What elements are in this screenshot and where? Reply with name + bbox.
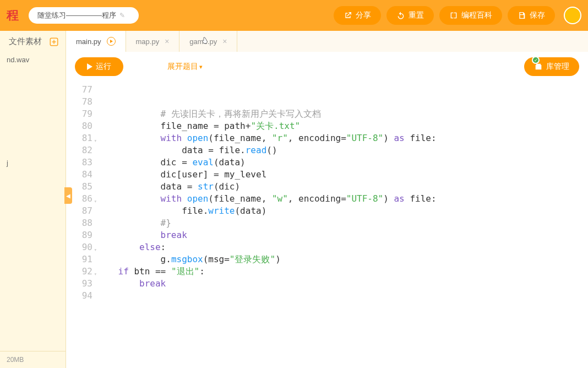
line-number: 83 bbox=[66, 156, 92, 169]
line-gutter: 777879808182838485868788899091929394 bbox=[66, 82, 97, 368]
tab-game-py[interactable]: game.py× bbox=[179, 31, 237, 52]
expand-label: 展开题目 bbox=[167, 62, 198, 72]
code-area[interactable]: 777879808182838485868788899091929394 # 先… bbox=[66, 82, 588, 368]
sidebar-title: 文件素材 bbox=[9, 36, 42, 47]
play-circle-icon[interactable] bbox=[107, 37, 116, 46]
sidebar-header: 文件素材 bbox=[0, 31, 66, 52]
code-content[interactable]: # 先读旧关卡，再将新用户关卡写入文档 file_name = path+"关卡… bbox=[97, 82, 588, 368]
line-number: 81 bbox=[66, 132, 92, 144]
tab-map-py[interactable]: map.py× bbox=[126, 31, 180, 52]
line-number: 91 bbox=[66, 253, 92, 266]
share-label: 分享 bbox=[356, 10, 371, 20]
code-line[interactable]: file_name = path+"关卡.txt" bbox=[97, 120, 588, 132]
line-number: 86 bbox=[66, 193, 92, 205]
line-number: 84 bbox=[66, 169, 92, 181]
code-line[interactable] bbox=[97, 84, 588, 96]
line-number: 92 bbox=[66, 266, 92, 278]
library-button[interactable]: ✓ 库管理 bbox=[524, 57, 579, 76]
code-line[interactable]: with open(file_name, "r", encoding="UTF-… bbox=[97, 132, 588, 144]
project-title-text: 随堂练习—————程序 bbox=[37, 10, 116, 20]
run-button[interactable]: 运行 bbox=[75, 57, 123, 76]
file-item-partial[interactable]: j bbox=[0, 155, 66, 170]
code-line[interactable] bbox=[97, 290, 588, 302]
code-line[interactable]: if btn == "退出": bbox=[97, 266, 588, 278]
edit-icon: ✎ bbox=[119, 12, 125, 19]
encyclopedia-label: 编程百科 bbox=[461, 10, 492, 20]
project-title-input[interactable]: 随堂练习—————程序 ✎ bbox=[29, 7, 139, 24]
line-number: 93 bbox=[66, 278, 92, 290]
book-icon bbox=[449, 11, 458, 20]
line-number: 88 bbox=[66, 217, 92, 229]
sidebar-footer: 20MB bbox=[0, 351, 66, 368]
code-line[interactable]: dic = eval(data) bbox=[97, 156, 588, 169]
code-line[interactable]: # 先读旧关卡，再将新用户关卡写入文档 bbox=[97, 108, 588, 120]
line-number: 79 bbox=[66, 108, 92, 120]
library-label: 库管理 bbox=[546, 62, 569, 72]
line-number: 85 bbox=[66, 181, 92, 193]
check-badge-icon: ✓ bbox=[532, 56, 540, 64]
code-line[interactable] bbox=[97, 96, 588, 108]
avatar[interactable] bbox=[564, 7, 581, 24]
line-number: 89 bbox=[66, 229, 92, 241]
save-icon bbox=[518, 11, 526, 20]
code-line[interactable]: data = file.read() bbox=[97, 144, 588, 156]
code-line[interactable]: break bbox=[97, 229, 588, 241]
tabs: main.pymap.py×game.py× bbox=[66, 31, 588, 52]
code-line[interactable]: #} bbox=[97, 217, 588, 229]
code-line[interactable]: break bbox=[97, 278, 588, 290]
reset-button[interactable]: 重置 bbox=[386, 6, 434, 25]
code-line[interactable]: file.write(data) bbox=[97, 205, 588, 217]
sidebar: 文件素材 nd.wav j 20MB bbox=[0, 31, 66, 368]
code-line[interactable]: dic[user] = my_level bbox=[97, 169, 588, 181]
line-number: 78 bbox=[66, 96, 92, 108]
reset-label: 重置 bbox=[409, 10, 424, 20]
file-item[interactable]: nd.wav bbox=[0, 52, 66, 67]
line-number: 94 bbox=[66, 290, 92, 302]
share-icon bbox=[344, 11, 352, 20]
expand-topic-link[interactable]: 展开题目 bbox=[167, 62, 203, 72]
header: 程 随堂练习—————程序 ✎ 分享 重置 编程百科 保存 bbox=[0, 0, 588, 31]
run-label: 运行 bbox=[96, 62, 111, 72]
share-button[interactable]: 分享 bbox=[334, 6, 381, 25]
add-file-icon[interactable] bbox=[49, 37, 59, 47]
code-line[interactable]: data = str(dic) bbox=[97, 181, 588, 193]
encyclopedia-button[interactable]: 编程百科 bbox=[439, 6, 502, 25]
close-icon[interactable]: × bbox=[222, 37, 227, 46]
line-number: 87 bbox=[66, 205, 92, 217]
logo: 程 bbox=[7, 7, 19, 24]
line-number: 90 bbox=[66, 241, 92, 253]
code-line[interactable]: with open(file_name, "w", encoding="UTF-… bbox=[97, 193, 588, 205]
editor-area: main.pymap.py×game.py× 运行 展开题目 ✓ 库管理 777… bbox=[66, 31, 588, 368]
line-number: 82 bbox=[66, 144, 92, 156]
tab-main-py[interactable]: main.py bbox=[66, 31, 126, 52]
save-button[interactable]: 保存 bbox=[508, 6, 555, 25]
line-number: 80 bbox=[66, 120, 92, 132]
reset-icon bbox=[396, 11, 405, 20]
save-label: 保存 bbox=[530, 10, 545, 20]
code-line[interactable]: else: bbox=[97, 241, 588, 253]
toolbar: 运行 展开题目 ✓ 库管理 bbox=[66, 52, 588, 82]
tab-label: map.py bbox=[136, 37, 160, 46]
tab-label: main.py bbox=[76, 37, 101, 46]
close-icon[interactable]: × bbox=[165, 37, 169, 46]
code-line[interactable]: g.msgbox(msg="登录失败") bbox=[97, 253, 588, 266]
line-number: 77 bbox=[66, 84, 92, 96]
main: 文件素材 nd.wav j 20MB ◀ main.pymap.py×game.… bbox=[0, 31, 588, 368]
cursor-icon bbox=[200, 36, 209, 47]
